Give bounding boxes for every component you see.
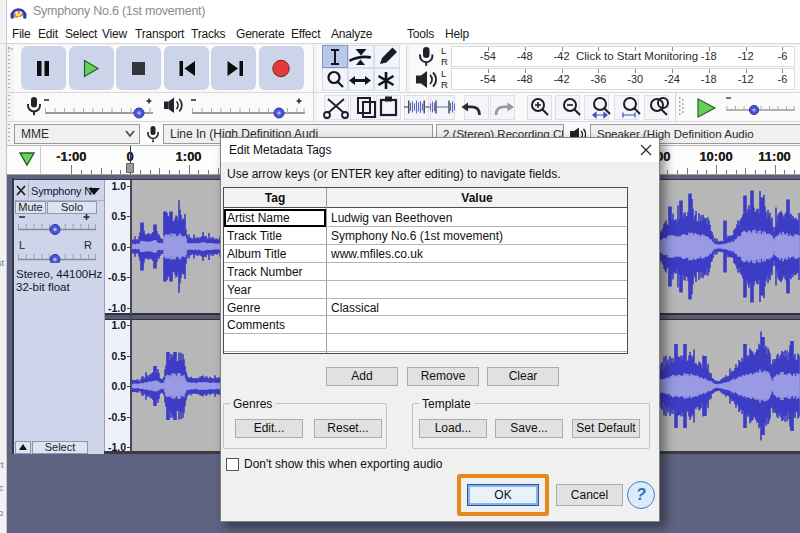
svg-text:R: R [84, 239, 92, 251]
svg-text:L: L [19, 239, 25, 251]
